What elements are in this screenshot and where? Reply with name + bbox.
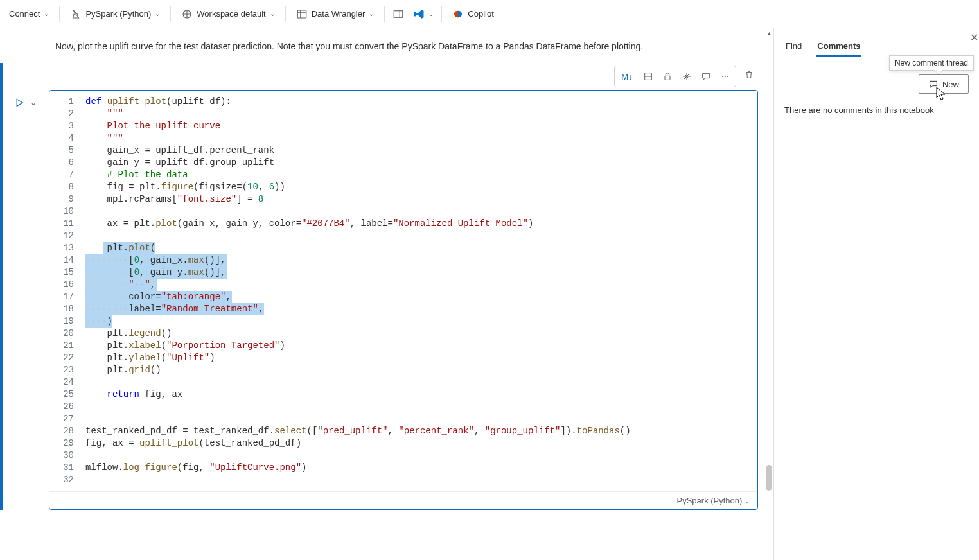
- markdown-label: M↓: [621, 72, 632, 82]
- scroll-up-arrow[interactable]: ▴: [766, 30, 772, 36]
- connect-dropdown[interactable]: Connect ⌄: [3, 5, 55, 22]
- cell-toolbar: M↓: [5, 63, 758, 90]
- toolbar-separator: [384, 6, 385, 22]
- workspace-label: Workspace default: [197, 9, 265, 19]
- code-cell[interactable]: ⌄ 12345678910111213141516171819202122232…: [49, 90, 758, 510]
- svg-rect-1: [297, 10, 306, 18]
- pyspark-dropdown[interactable]: PySpark (Python) ⌄: [64, 4, 166, 24]
- markdown-text: Now, plot the uplift curve for the test …: [55, 41, 643, 51]
- chevron-down-icon: ⌄: [745, 498, 750, 505]
- chevron-down-icon: ⌄: [155, 10, 160, 17]
- toolbar-separator: [441, 6, 442, 22]
- copilot-icon: [452, 8, 464, 20]
- svg-point-6: [725, 76, 726, 77]
- svg-point-7: [727, 76, 728, 77]
- tab-find[interactable]: Find: [784, 37, 803, 57]
- comment-button[interactable]: [697, 67, 715, 85]
- cell-footer: PySpark (Python) ⌄: [49, 491, 757, 509]
- more-button[interactable]: [716, 67, 734, 85]
- lock-button[interactable]: [658, 67, 676, 85]
- code-cell-frame: M↓: [5, 63, 758, 510]
- scrollbar-thumb[interactable]: [766, 465, 772, 491]
- new-comment-button[interactable]: New: [919, 74, 969, 94]
- layout-button[interactable]: [389, 4, 408, 24]
- cell-active-indicator: [0, 63, 3, 510]
- data-wrangler-label: Data Wrangler: [312, 9, 366, 19]
- new-button-label: New: [942, 80, 959, 89]
- copilot-label: Copilot: [468, 9, 493, 19]
- comments-panel: ✕ Find Comments New comment thread New T…: [773, 28, 979, 560]
- toolbar-separator: [285, 6, 286, 22]
- code-editor[interactable]: def uplift_plot(uplift_df): """ Plot the…: [85, 96, 757, 486]
- panel-icon: [392, 8, 404, 20]
- empty-comments-message: There are no comments in this notebook: [784, 105, 969, 115]
- run-options-dropdown[interactable]: ⌄: [30, 98, 37, 107]
- chevron-down-icon: ⌄: [428, 10, 434, 17]
- chevron-down-icon: ⌄: [270, 10, 275, 17]
- toggle-output-button[interactable]: [639, 67, 657, 85]
- convert-to-markdown-button[interactable]: M↓: [616, 67, 638, 85]
- copilot-button[interactable]: Copilot: [446, 4, 500, 24]
- chevron-down-icon: ⌄: [369, 10, 374, 17]
- notebook-content: ▴ Now, plot the uplift curve for the tes…: [0, 28, 773, 560]
- comment-icon: [928, 79, 939, 89]
- tab-comments[interactable]: Comments: [816, 37, 861, 57]
- svg-rect-2: [394, 10, 403, 17]
- data-wrangler-icon: [296, 8, 308, 20]
- run-cell-button[interactable]: [13, 97, 25, 109]
- freeze-button[interactable]: [678, 67, 696, 85]
- line-gutter: 1234567891011121314151617181920212223242…: [49, 96, 85, 486]
- top-toolbar: Connect ⌄ PySpark (Python) ⌄ Workspace d…: [0, 0, 979, 28]
- workspace-dropdown[interactable]: Workspace default ⌄: [175, 4, 281, 24]
- new-comment-tooltip: New comment thread: [889, 55, 974, 71]
- markdown-cell: Now, plot the uplift curve for the test …: [0, 41, 773, 63]
- connect-label: Connect: [9, 9, 40, 19]
- data-wrangler-dropdown[interactable]: Data Wrangler ⌄: [290, 4, 381, 24]
- chevron-down-icon: ⌄: [44, 10, 49, 17]
- svg-point-5: [722, 76, 723, 77]
- toolbar-separator: [59, 6, 60, 22]
- scrollbar-track[interactable]: ▴: [764, 28, 773, 560]
- toolbar-separator: [170, 6, 171, 22]
- svg-rect-4: [665, 76, 670, 80]
- workspace-icon: [181, 8, 193, 20]
- pyspark-label: PySpark (Python): [85, 9, 151, 19]
- vscode-button[interactable]: ⌄: [409, 4, 437, 24]
- cell-language-dropdown[interactable]: PySpark (Python) ⌄: [677, 496, 750, 505]
- spark-icon: [70, 8, 82, 20]
- delete-cell-button[interactable]: [740, 66, 758, 83]
- vscode-icon: [413, 8, 425, 20]
